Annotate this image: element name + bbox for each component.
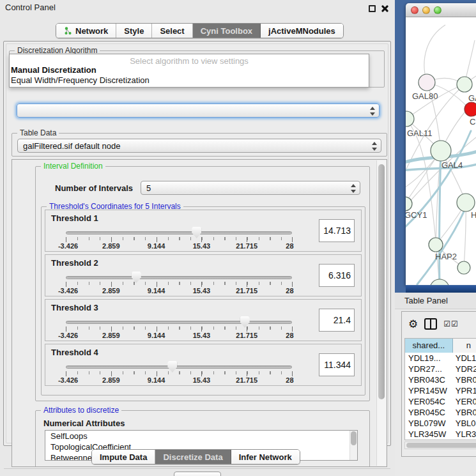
cell[interactable]: YBL0	[453, 418, 476, 429]
threshold-1-value-field[interactable]: 14.713	[319, 219, 355, 242]
scale-label: -3.426	[58, 332, 78, 339]
select-columns-icons[interactable]: ☑☑	[443, 319, 459, 328]
tab-cyni-toolbox[interactable]: Cyni Toolbox	[193, 24, 261, 38]
thresholds-group: Threshold's Coordinates for 5 Intervals …	[41, 206, 365, 395]
table-data-combobox[interactable]: galFiltered.sif default node	[17, 139, 381, 153]
list-item[interactable]: SelfLoops	[45, 431, 357, 441]
tab-style[interactable]: Style	[116, 24, 152, 38]
node-red-selected[interactable]	[464, 102, 476, 116]
table-row[interactable]: YER054CYER0	[405, 396, 476, 407]
node-gal80[interactable]	[418, 74, 435, 91]
slider-track[interactable]	[66, 365, 292, 369]
slider-track[interactable]	[66, 231, 292, 234]
algorithm-combobox[interactable]	[17, 104, 380, 118]
scale-label: 15.43	[193, 242, 211, 250]
mac-zoom-icon[interactable]	[434, 6, 441, 14]
split-view-icon[interactable]	[424, 318, 437, 330]
node-partial-bottom-right[interactable]	[457, 261, 470, 274]
table-panel: ⚙ ☑☑ shared... n YDL19...YDL1 YDR27...YD…	[401, 311, 476, 457]
node-partial-top-right[interactable]	[457, 77, 472, 92]
threshold-1-label: Threshold 1	[51, 213, 98, 223]
number-of-intervals-combobox[interactable]: 5	[141, 181, 360, 195]
cell[interactable]: YLR3	[453, 429, 476, 440]
tab-select[interactable]: Select	[152, 24, 192, 38]
cell[interactable]: YPR1	[453, 385, 476, 396]
settings-scrollbar-thumb[interactable]	[378, 164, 385, 399]
table-row[interactable]: YBR045CYBR0	[405, 407, 476, 418]
tab-jactivemnodules[interactable]: jActiveMNodules	[261, 24, 343, 38]
cell[interactable]: YDR2	[453, 364, 476, 374]
node-gcy1[interactable]	[406, 197, 412, 211]
list-scrollbar[interactable]	[349, 431, 357, 460]
table-horizontal-scrollbar[interactable]	[404, 441, 476, 449]
table-scrollbar-thumb[interactable]	[406, 443, 476, 448]
threshold-4-slider: -3.426 2.859 9.144 15.43 21.715 28	[62, 360, 296, 384]
table-row[interactable]: YBL079WYBL0	[405, 418, 476, 429]
column-header-name[interactable]: n	[453, 339, 476, 353]
slider-major-ticks	[66, 237, 292, 242]
tab-impute-data[interactable]: Impute Data	[92, 450, 155, 464]
cell[interactable]: YLR345W	[405, 429, 453, 440]
threshold-3-value-field[interactable]: 21.4	[319, 309, 355, 332]
slider-scale-labels: -3.426 2.859 9.144 15.43 21.715 28	[66, 242, 292, 250]
cell[interactable]: YDL1	[453, 353, 476, 364]
scale-label: 2.859	[102, 242, 120, 250]
slider-track[interactable]	[66, 321, 292, 324]
column-header-shared-name[interactable]: shared...	[405, 339, 453, 353]
scale-label: 2.859	[102, 376, 120, 384]
slider-major-ticks	[66, 326, 292, 332]
table-row[interactable]: YLR345WYLR3	[405, 429, 476, 440]
cell[interactable]: YBR045C	[405, 407, 453, 418]
settings-scrollpane: Interval Definition Number of Intervals …	[12, 159, 387, 467]
cell[interactable]: YIL052C	[405, 440, 453, 440]
table-panel-titlebar: Table Panel	[395, 293, 476, 309]
node-label-gal4: GAL4	[441, 160, 463, 170]
table-row[interactable]: YIL052CYIL0	[405, 440, 476, 440]
slider-track[interactable]	[66, 276, 292, 279]
cell[interactable]: YER0	[453, 396, 476, 407]
node-partial-right[interactable]	[457, 194, 475, 211]
cell[interactable]: YDL19...	[405, 353, 453, 364]
cell[interactable]: YBR0	[453, 374, 476, 385]
threshold-2-value-field[interactable]: 6.316	[319, 264, 355, 287]
tab-discretize-data[interactable]: Discretize Data	[155, 450, 231, 464]
close-icon[interactable]	[381, 5, 388, 12]
table-panel-title: Table Panel	[404, 296, 448, 305]
threshold-4-value-field[interactable]: 11.344	[319, 353, 355, 376]
table-data-group: Table Data galFiltered.sif default node	[12, 133, 387, 157]
node-gal4[interactable]	[431, 141, 451, 161]
popup-option-equal-width-frequency[interactable]: Equal Width/Frequency Discretization	[10, 75, 369, 86]
apply-button[interactable]: Apply	[174, 472, 221, 476]
algorithm-hint: Select algorithm to view settings	[10, 54, 369, 65]
settings-scrollbar[interactable]	[376, 160, 386, 466]
control-panel: Control Panel Network Style Select Cyni …	[0, 0, 395, 476]
algorithm-dropdown-popup: Select algorithm to view settings Manual…	[9, 54, 369, 88]
table-row[interactable]: YDR27...YDR2	[405, 364, 476, 374]
cell[interactable]: YBR0	[453, 407, 476, 418]
node-partial-bottom[interactable]	[430, 279, 449, 285]
cell[interactable]: YPR145W	[405, 385, 453, 396]
network-canvas[interactable]: GAL80 GA C GAL11 GAL4 GCY1 H HAP2	[406, 17, 476, 285]
number-of-intervals-row: Number of Intervals 5	[55, 181, 360, 195]
cell[interactable]: YBL079W	[405, 418, 453, 429]
scale-label: 28	[286, 332, 293, 339]
gear-icon[interactable]: ⚙	[408, 319, 418, 330]
mac-close-icon[interactable]	[411, 6, 418, 14]
threshold-1-slider: -3.426 2.859 9.144 15.43 21.715 28	[62, 226, 296, 250]
list-scrollbar-thumb[interactable]	[351, 431, 357, 445]
table-row[interactable]: YDL19...YDL1	[405, 353, 476, 364]
cell[interactable]: YDR27...	[405, 364, 453, 374]
table-row[interactable]: YPR145WYPR1	[405, 385, 476, 396]
tab-network[interactable]: Network	[56, 24, 116, 38]
scale-label: 15.43	[193, 332, 211, 339]
popup-option-manual-discretization[interactable]: Manual Discretization	[10, 65, 369, 75]
node-hap2[interactable]	[429, 238, 443, 252]
table-row[interactable]: YBR043CYBR0	[405, 374, 476, 385]
cell[interactable]: YIL0	[453, 440, 476, 440]
mac-minimize-icon[interactable]	[422, 6, 430, 14]
tab-infer-network[interactable]: Infer Network	[231, 450, 300, 464]
cell[interactable]: YER054C	[405, 396, 453, 407]
cell[interactable]: YBR043C	[405, 374, 453, 385]
float-window-icon[interactable]	[369, 5, 376, 12]
scale-label: 9.144	[148, 242, 165, 250]
